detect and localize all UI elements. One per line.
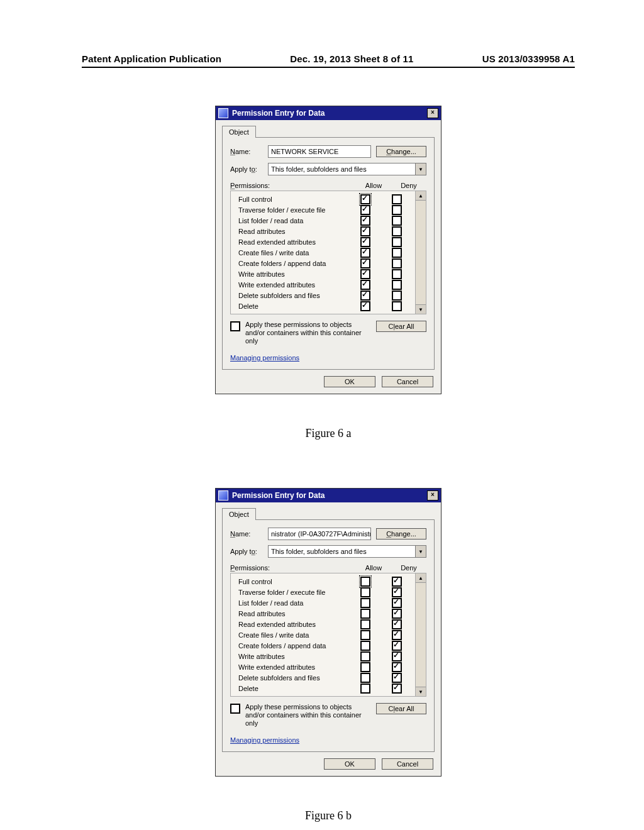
allow-checkbox[interactable] bbox=[360, 673, 370, 683]
permission-row: Create folders / append data bbox=[238, 640, 413, 651]
deny-checkbox[interactable] bbox=[392, 673, 402, 683]
allow-checkbox[interactable] bbox=[360, 619, 370, 629]
allow-checkbox[interactable] bbox=[360, 577, 370, 587]
permission-name: Create folders / append data bbox=[238, 642, 350, 650]
scroll-down-icon[interactable]: ▼ bbox=[416, 304, 426, 314]
deny-checkbox[interactable] bbox=[392, 280, 402, 290]
permission-name: Read attributes bbox=[238, 228, 350, 235]
allow-checkbox[interactable] bbox=[360, 280, 370, 290]
permission-name: Read extended attributes bbox=[238, 621, 350, 628]
deny-checkbox[interactable] bbox=[392, 237, 402, 247]
deny-checkbox[interactable] bbox=[392, 301, 402, 311]
deny-checkbox[interactable] bbox=[392, 577, 402, 587]
allow-checkbox[interactable] bbox=[360, 683, 370, 694]
tab-object[interactable]: Object bbox=[222, 508, 256, 520]
allow-checkbox[interactable] bbox=[360, 237, 370, 247]
allow-checkbox[interactable] bbox=[360, 205, 370, 215]
deny-checkbox[interactable] bbox=[392, 651, 402, 661]
scrollbar[interactable]: ▲ ▼ bbox=[415, 573, 426, 697]
deny-checkbox[interactable] bbox=[392, 269, 402, 279]
scroll-up-icon[interactable]: ▲ bbox=[416, 573, 426, 583]
change-button[interactable]: Change... bbox=[376, 528, 426, 540]
permissions-list: Full control Traverse folder / execute f… bbox=[230, 573, 415, 697]
deny-checkbox[interactable] bbox=[392, 662, 402, 672]
deny-checkbox[interactable] bbox=[392, 205, 402, 215]
tabstrip: Object bbox=[216, 502, 441, 519]
deny-checkbox[interactable] bbox=[392, 290, 402, 301]
permission-row: Write attributes bbox=[238, 268, 413, 279]
header-center: Dec. 19, 2013 Sheet 8 of 11 bbox=[290, 53, 413, 64]
allow-checkbox[interactable] bbox=[360, 194, 370, 204]
permission-name: Write extended attributes bbox=[238, 281, 350, 289]
allow-checkbox[interactable] bbox=[360, 248, 370, 258]
deny-checkbox[interactable] bbox=[392, 619, 402, 629]
deny-checkbox[interactable] bbox=[392, 216, 402, 226]
allow-checkbox[interactable] bbox=[360, 269, 370, 279]
ok-button[interactable]: OK bbox=[324, 376, 375, 387]
allow-checkbox[interactable] bbox=[360, 598, 370, 608]
apply-inherit-checkbox[interactable] bbox=[230, 321, 240, 331]
deny-checkbox[interactable] bbox=[392, 248, 402, 258]
deny-checkbox[interactable] bbox=[392, 598, 402, 608]
permission-name: Full control bbox=[238, 196, 350, 203]
allow-checkbox[interactable] bbox=[360, 301, 370, 311]
applyto-label: Apply to: bbox=[230, 548, 263, 555]
chevron-down-icon: ▼ bbox=[415, 546, 426, 557]
page-header: Patent Application Publication Dec. 19, … bbox=[82, 53, 575, 68]
deny-checkbox[interactable] bbox=[392, 609, 402, 619]
allow-checkbox[interactable] bbox=[360, 290, 370, 301]
allow-checkbox[interactable] bbox=[360, 609, 370, 619]
name-field[interactable]: NETWORK SERVICE bbox=[268, 145, 371, 158]
deny-checkbox[interactable] bbox=[392, 587, 402, 597]
allow-checkbox[interactable] bbox=[360, 216, 370, 226]
deny-checkbox[interactable] bbox=[392, 683, 402, 694]
ok-button[interactable]: OK bbox=[324, 758, 375, 770]
permission-name: Delete subfolders and files bbox=[238, 674, 350, 682]
applyto-select[interactable]: This folder, subfolders and files ▼ bbox=[268, 545, 426, 558]
change-button[interactable]: Change... bbox=[376, 146, 426, 157]
managing-permissions-link[interactable]: Managing permissions bbox=[230, 354, 299, 362]
permission-name: Create files / write data bbox=[238, 631, 350, 639]
tab-panel: Name: NETWORK SERVICE Change... Apply to… bbox=[222, 137, 435, 370]
tab-object[interactable]: Object bbox=[222, 126, 256, 138]
name-field[interactable]: nistrator (IP-0A30727F\Administrator) bbox=[268, 528, 371, 540]
permissions-header: Permissions: Allow Deny bbox=[230, 564, 426, 572]
permission-dialog: Permission Entry for Data × Object Name:… bbox=[215, 106, 441, 394]
app-icon bbox=[218, 490, 228, 501]
permission-row: Delete bbox=[238, 301, 413, 311]
scroll-down-icon[interactable]: ▼ bbox=[416, 687, 426, 696]
tab-panel: Name: nistrator (IP-0A30727F\Administrat… bbox=[222, 519, 435, 752]
cancel-button[interactable]: Cancel bbox=[382, 758, 433, 770]
allow-checkbox[interactable] bbox=[360, 651, 370, 661]
window-title: Permission Entry for Data bbox=[232, 109, 325, 118]
deny-checkbox[interactable] bbox=[392, 194, 402, 204]
deny-checkbox[interactable] bbox=[392, 630, 402, 640]
permissions-header: Permissions: Allow Deny bbox=[230, 182, 426, 189]
name-label: Name: bbox=[230, 148, 263, 155]
permission-name: Write extended attributes bbox=[238, 663, 350, 671]
apply-inherit-label: Apply these permissions to objects and/o… bbox=[245, 703, 371, 728]
permission-row: Traverse folder / execute file bbox=[238, 204, 413, 215]
clear-all-button[interactable]: Clear All bbox=[376, 321, 426, 332]
apply-inherit-checkbox[interactable] bbox=[230, 704, 240, 714]
allow-checkbox[interactable] bbox=[360, 641, 370, 651]
allow-checkbox[interactable] bbox=[360, 258, 370, 268]
allow-checkbox[interactable] bbox=[360, 587, 370, 597]
cancel-button[interactable]: Cancel bbox=[382, 376, 433, 387]
close-button[interactable]: × bbox=[427, 490, 438, 501]
figure-caption-b: Figure 6 b bbox=[305, 809, 352, 822]
managing-permissions-link[interactable]: Managing permissions bbox=[230, 736, 299, 744]
allow-checkbox[interactable] bbox=[360, 226, 370, 236]
clear-all-button[interactable]: Clear All bbox=[376, 703, 426, 714]
deny-checkbox[interactable] bbox=[392, 226, 402, 236]
allow-checkbox[interactable] bbox=[360, 630, 370, 640]
permission-row: Read extended attributes bbox=[238, 619, 413, 629]
allow-checkbox[interactable] bbox=[360, 662, 370, 672]
deny-checkbox[interactable] bbox=[392, 641, 402, 651]
scrollbar[interactable]: ▲ ▼ bbox=[415, 191, 426, 314]
deny-checkbox[interactable] bbox=[392, 258, 402, 268]
titlebar: Permission Entry for Data × bbox=[216, 106, 441, 120]
applyto-select[interactable]: This folder, subfolders and files ▼ bbox=[268, 163, 426, 175]
close-button[interactable]: × bbox=[427, 108, 438, 118]
scroll-up-icon[interactable]: ▲ bbox=[416, 191, 426, 201]
